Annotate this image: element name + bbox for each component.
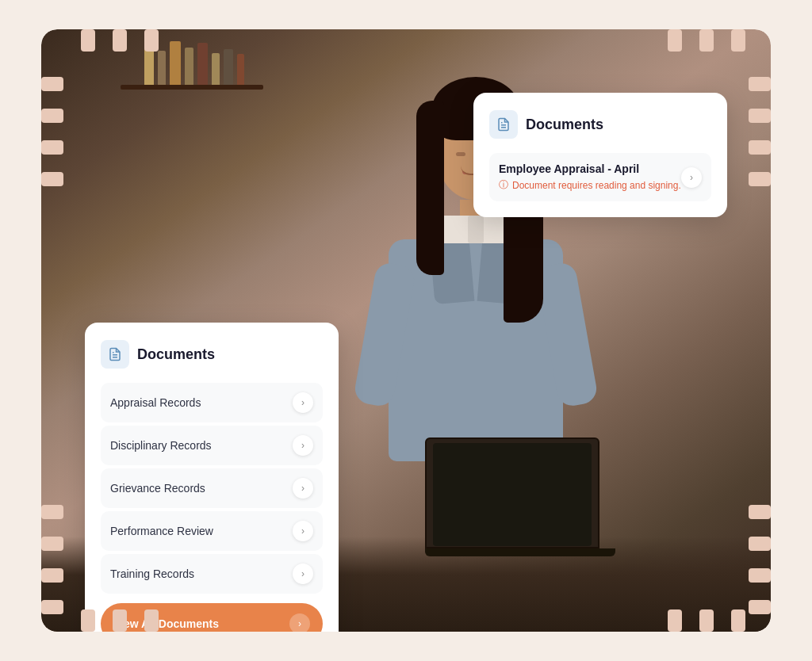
training-records-item[interactable]: Training Records › xyxy=(101,554,323,594)
bookshelf xyxy=(144,41,244,89)
appraisal-records-chevron[interactable]: › xyxy=(293,392,313,413)
right-card-header: Documents xyxy=(489,110,711,139)
performance-review-item[interactable]: Performance Review › xyxy=(101,511,323,551)
view-all-documents-button[interactable]: View All Documents › xyxy=(101,603,323,632)
view-all-label: View All Documents xyxy=(113,617,219,630)
left-card-icon xyxy=(101,340,129,369)
appraisal-details: Employee Appraisal - April ⓘ Document re… xyxy=(499,162,681,192)
appraisal-notification-chevron[interactable]: › xyxy=(681,167,702,188)
appraisal-warning: ⓘ Document requires reading and signing. xyxy=(499,178,681,192)
appraisal-records-label: Appraisal Records xyxy=(110,396,201,409)
appraisal-doc-title: Employee Appraisal - April xyxy=(499,162,681,175)
appraisal-records-item[interactable]: Appraisal Records › xyxy=(101,383,323,422)
shelf-bar xyxy=(121,85,263,90)
right-card-icon xyxy=(489,110,518,139)
grievance-records-item[interactable]: Grievance Records › xyxy=(101,468,323,508)
performance-review-chevron[interactable]: › xyxy=(293,521,313,541)
training-records-chevron[interactable]: › xyxy=(293,564,313,584)
right-card-title: Documents xyxy=(526,117,603,133)
grievance-records-label: Grievance Records xyxy=(110,482,205,495)
left-card-header: Documents xyxy=(101,340,323,369)
training-records-label: Training Records xyxy=(110,567,194,580)
warning-message: Document requires reading and signing. xyxy=(512,180,681,191)
grievance-records-chevron[interactable]: › xyxy=(293,478,313,499)
appraisal-notification-item[interactable]: Employee Appraisal - April ⓘ Document re… xyxy=(489,153,711,201)
disciplinary-records-label: Disciplinary Records xyxy=(110,439,212,452)
main-frame: Documents Appraisal Records › Disciplina… xyxy=(41,29,771,632)
performance-review-label: Performance Review xyxy=(110,525,213,537)
right-documents-card: Documents Employee Appraisal - April ⓘ D… xyxy=(473,93,727,217)
left-card-title: Documents xyxy=(137,346,215,363)
laptop xyxy=(425,437,615,556)
view-all-chevron-icon: › xyxy=(289,613,310,632)
left-documents-card: Documents Appraisal Records › Disciplina… xyxy=(85,323,339,632)
warning-icon: ⓘ xyxy=(499,178,508,192)
disciplinary-records-chevron[interactable]: › xyxy=(293,435,313,456)
disciplinary-records-item[interactable]: Disciplinary Records › xyxy=(101,426,323,465)
